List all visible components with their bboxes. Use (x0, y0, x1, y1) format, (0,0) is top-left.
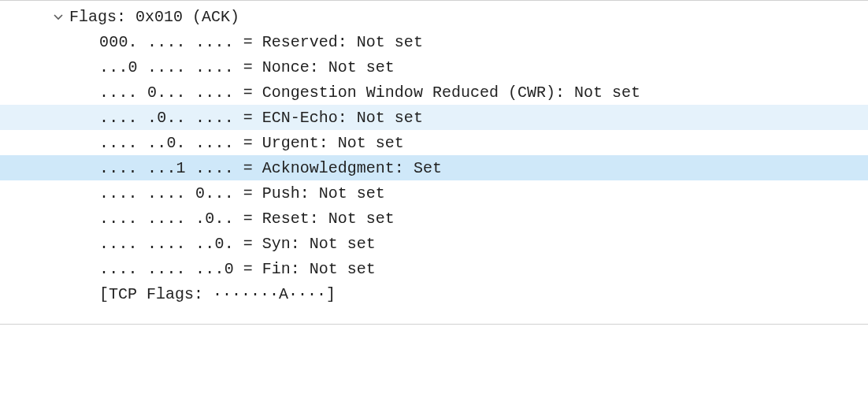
flag-row-cwr[interactable]: .... 0... .... = Congestion Window Reduc… (0, 80, 868, 105)
flag-bits: .... 0... .... (99, 80, 234, 105)
flag-label: Syn: Not set (262, 232, 376, 256)
flag-label: Congestion Window Reduced (CWR): Not set (262, 80, 640, 105)
next-field-partial: Window: 252 (0, 306, 868, 324)
flag-row-nonce[interactable]: ...0 .... .... = Nonce: Not set (0, 54, 868, 80)
eq: = (234, 257, 262, 281)
flag-bits: .... ...1 .... (99, 156, 234, 180)
eq: = (234, 55, 262, 80)
flag-label: Fin: Not set (262, 257, 376, 281)
flag-row-ack[interactable]: .... ...1 .... = Acknowledgment: Set (0, 155, 868, 180)
flag-row-fin[interactable]: .... .... ...0 = Fin: Not set (0, 256, 868, 281)
flag-label: Reserved: Not set (262, 30, 423, 54)
eq: = (234, 232, 262, 256)
flag-label: Reset: Not set (262, 206, 395, 231)
packet-flags-tree: Flags: 0x010 (ACK) 000. .... .... = Rese… (0, 0, 868, 325)
flags-header-label: Flags: 0x010 (ACK) (52, 5, 239, 29)
flag-row-reset[interactable]: .... .... .0.. = Reset: Not set (0, 206, 868, 231)
flag-row-syn[interactable]: .... .... ..0. = Syn: Not set (0, 231, 868, 256)
flag-label: Nonce: Not set (262, 55, 395, 80)
eq: = (234, 30, 262, 54)
flag-bits: .... .... .0.. (99, 206, 234, 231)
tcp-flags-summary-label: [TCP Flags: ·······A····] (99, 282, 336, 306)
flag-label: Urgent: Not set (262, 131, 404, 155)
flag-label: Push: Not set (262, 181, 385, 206)
chevron-down-icon[interactable] (52, 11, 65, 24)
flag-row-urgent[interactable]: .... ..0. .... = Urgent: Not set (0, 130, 868, 155)
flag-row-reserved[interactable]: 000. .... .... = Reserved: Not set (0, 29, 868, 54)
tcp-flags-summary-row[interactable]: [TCP Flags: ·······A····] (0, 281, 868, 306)
flag-bits: .... .... ..0. (99, 232, 234, 256)
eq: = (234, 181, 262, 206)
flag-bits: .... .... 0... (99, 181, 234, 206)
flag-bits: ...0 .... .... (99, 55, 234, 80)
flag-bits: .... .... ...0 (99, 257, 234, 281)
flag-bits: .... ..0. .... (99, 131, 234, 155)
eq: = (234, 80, 262, 105)
eq: = (234, 106, 262, 130)
flag-label: ECN-Echo: Not set (262, 106, 423, 130)
flag-label: Acknowledgment: Set (262, 156, 442, 180)
eq: = (234, 156, 262, 180)
flag-row-ecn-echo[interactable]: .... .0.. .... = ECN-Echo: Not set (0, 105, 868, 130)
flags-header-row[interactable]: Flags: 0x010 (ACK) (0, 4, 868, 29)
flag-bits: .... .0.. .... (99, 106, 234, 130)
flag-row-push[interactable]: .... .... 0... = Push: Not set (0, 180, 868, 206)
flag-bits: 000. .... .... (99, 30, 234, 54)
eq: = (234, 206, 262, 231)
eq: = (234, 131, 262, 155)
